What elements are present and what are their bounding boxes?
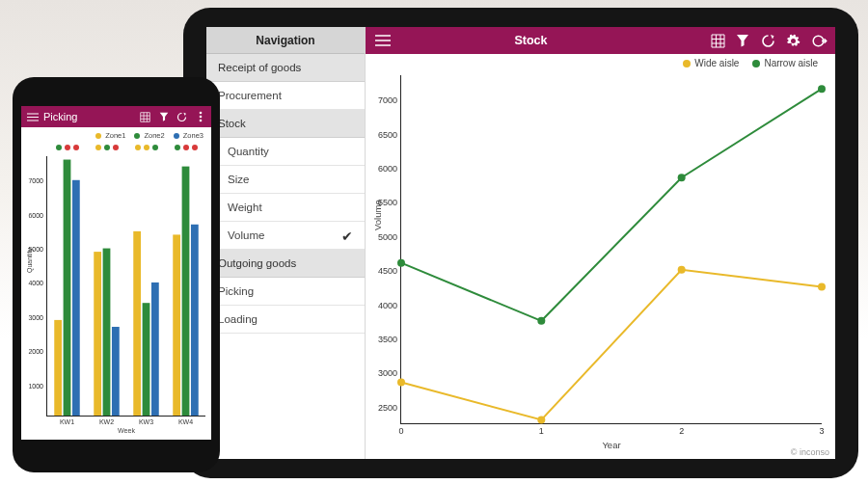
y-tick: 7000 (28, 177, 47, 184)
sidebar-item-picking[interactable]: Picking (206, 278, 365, 306)
y-tick: 4500 (378, 266, 401, 276)
x-tick: 3 (819, 423, 824, 436)
chart-data-point (397, 259, 405, 267)
grid-icon[interactable] (138, 110, 152, 124)
y-tick: 4000 (28, 280, 47, 286)
sidebar-item-weight[interactable]: Weight (206, 194, 365, 222)
phone-device: Picking Zone1 Zone2 (13, 77, 220, 472)
status-dot-row (135, 145, 158, 150)
status-dot (104, 145, 110, 150)
status-dot (152, 145, 158, 150)
phone-legend: Zone1 Zone2 Zone3 (95, 131, 203, 140)
footer-brand: © inconso (791, 447, 829, 457)
sidebar-item-loading[interactable]: Loading (206, 306, 365, 334)
check-icon: ✔ (341, 229, 353, 244)
sidebar-item-size[interactable]: Size (206, 166, 365, 194)
chart-bar (112, 327, 120, 416)
chart-bar (143, 303, 150, 416)
x-tick: KW4 (178, 416, 193, 425)
status-dot (183, 145, 189, 150)
y-tick: 7000 (378, 95, 401, 105)
tablet-header: Stock (366, 27, 835, 54)
nav-header: Navigation (206, 27, 365, 54)
legend-item-zone3: Zone3 (174, 131, 203, 140)
legend-label: Zone2 (144, 131, 164, 140)
legend-dot-zone3 (174, 133, 179, 139)
legend-dot-wide (683, 60, 691, 67)
y-tick: 6000 (28, 211, 47, 218)
y-tick: 2500 (378, 403, 401, 413)
svg-point-2 (199, 116, 202, 119)
svg-point-3 (199, 120, 202, 122)
chart-data-point (818, 85, 826, 93)
tablet-chart-area: Wide aisle Narrow aisle Volume Year 2500… (366, 54, 835, 459)
chart-data-point (537, 416, 545, 423)
chart-data-point (818, 282, 826, 290)
chart-bar (173, 234, 180, 416)
filter-icon[interactable] (733, 31, 752, 50)
legend-dot-zone1 (95, 133, 101, 139)
x-tick: KW1 (60, 416, 74, 425)
sidebar-item-quantity[interactable]: Quantity (206, 138, 365, 166)
legend-item-wide: Wide aisle (683, 58, 739, 68)
chart-bar (64, 160, 71, 416)
chart-data-point (678, 174, 686, 181)
menu-icon[interactable] (25, 110, 40, 124)
tablet-sidebar: Navigation Receipt of goods Procurement … (206, 27, 366, 459)
gear-icon[interactable] (783, 31, 802, 50)
y-tick: 6500 (378, 130, 401, 140)
y-tick: 4000 (378, 301, 401, 310)
y-tick: 2000 (28, 348, 47, 355)
sidebar-item-outgoing[interactable]: Outgoing goods (206, 250, 365, 278)
legend-label: Narrow aisle (764, 58, 818, 68)
sidebar-item-receipt[interactable]: Receipt of goods (206, 54, 365, 82)
status-dot (65, 145, 70, 150)
status-dot-row (56, 145, 79, 150)
status-dot (192, 145, 198, 150)
chart-data-point (678, 266, 686, 274)
chart-bar (103, 249, 111, 416)
x-tick: 1 (539, 423, 544, 436)
phone-header: Picking (21, 106, 211, 127)
status-dot (135, 145, 141, 150)
logout-icon[interactable] (808, 31, 827, 50)
tablet-screen: Navigation Receipt of goods Procurement … (206, 27, 835, 459)
legend-dot-narrow (752, 60, 760, 67)
tablet-legend: Wide aisle Narrow aisle (683, 58, 818, 68)
tablet-main: Stock (366, 27, 835, 459)
chart-data-point (397, 379, 405, 387)
refresh-icon[interactable] (758, 31, 777, 50)
chart-bar (151, 282, 159, 416)
chart-data-point (537, 317, 545, 325)
chart-bar (133, 231, 141, 416)
chart-series-line (401, 89, 822, 321)
status-dot-row (95, 145, 119, 150)
status-dot (73, 145, 79, 150)
sidebar-item-volume[interactable]: Volume ✔ (206, 222, 365, 250)
legend-label: Wide aisle (694, 58, 739, 68)
filter-icon[interactable] (156, 110, 171, 124)
sidebar-item-label: Volume (228, 229, 264, 241)
grid-icon[interactable] (708, 31, 727, 50)
legend-item-zone2: Zone2 (134, 131, 164, 140)
refresh-icon[interactable] (175, 110, 189, 124)
tablet-device: Navigation Receipt of goods Procurement … (183, 8, 858, 478)
sidebar-item-stock[interactable]: Stock (206, 110, 365, 138)
chart-bar (182, 167, 190, 416)
phone-plot: Quantity Week 10002000300040005000600070… (46, 156, 205, 417)
status-dot (175, 145, 180, 150)
chart-series-line (401, 270, 822, 420)
y-tick: 3000 (378, 368, 401, 378)
chart-bar (54, 320, 62, 416)
y-tick: 5000 (378, 232, 401, 242)
y-tick: 3000 (28, 313, 47, 320)
x-tick: KW3 (139, 416, 153, 425)
status-dot-row (175, 145, 198, 150)
phone-chart-area: Zone1 Zone2 Zone3 Quantity Week 10002000… (21, 127, 211, 440)
more-icon[interactable] (193, 110, 207, 124)
chart-bar (191, 225, 199, 416)
tablet-plot: Volume Year 2500300035004000450050005500… (400, 75, 822, 424)
sidebar-item-procurement[interactable]: Procurement (206, 82, 365, 110)
status-dot (113, 145, 119, 150)
y-tick: 1000 (28, 382, 47, 389)
